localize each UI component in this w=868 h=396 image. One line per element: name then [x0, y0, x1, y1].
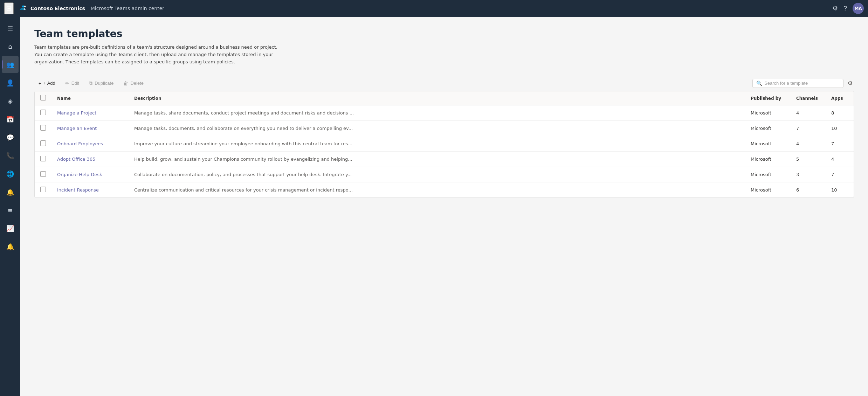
row-apps-cell: 7: [826, 167, 854, 182]
row-description-cell: Improve your culture and streamline your…: [129, 136, 745, 152]
published-by-column-header: Published by: [745, 91, 791, 105]
row-channels-cell: 6: [791, 182, 826, 198]
row-description-cell: Collaborate on documentation, policy, an…: [129, 167, 745, 182]
name-column-header: Name: [51, 91, 129, 105]
description-column-header: Description: [129, 91, 745, 105]
table-settings-button[interactable]: ⚙: [846, 78, 854, 88]
content-area: Team templates Team templates are pre-bu…: [20, 17, 868, 396]
add-label: + Add: [43, 81, 55, 86]
sidebar: ☰ ⌂ 👥 👤 ◈ 📅 💬 📞 🌐 🔔 ≡: [0, 17, 20, 396]
row-publisher-cell: Microsoft: [745, 136, 791, 152]
sidebar-item-messaging[interactable]: 💬: [2, 129, 19, 146]
row-description-cell: Manage tasks, documents, and collaborate…: [129, 121, 745, 136]
sidebar-item-voice[interactable]: 📞: [2, 147, 19, 164]
table-row: Organize Help Desk Collaborate on docume…: [35, 167, 854, 182]
toolbar-right: 🔍 ⚙: [752, 78, 854, 88]
sidebar-item-meetings[interactable]: 📅: [2, 111, 19, 127]
locations-icon: 🌐: [6, 170, 14, 178]
row-description-cell: Manage tasks, share documents, conduct p…: [129, 105, 745, 121]
row-publisher-cell: Microsoft: [745, 152, 791, 167]
row-description: Manage tasks, documents, and collaborate…: [134, 126, 353, 131]
template-name-link[interactable]: Manage a Project: [57, 110, 96, 116]
messaging-icon: 💬: [6, 134, 14, 141]
row-checkbox-cell[interactable]: [35, 105, 51, 121]
user-avatar[interactable]: MA: [853, 3, 864, 14]
page-description: Team templates are pre-built definitions…: [34, 44, 287, 65]
edit-icon: ✏: [65, 81, 69, 86]
row-checkbox[interactable]: [40, 156, 46, 161]
delete-button[interactable]: 🗑 Delete: [119, 78, 148, 88]
help-button[interactable]: ?: [843, 5, 847, 12]
delete-label: Delete: [130, 81, 144, 86]
duplicate-icon: ⧉: [89, 80, 92, 86]
settings-topbar-button[interactable]: ⚙: [832, 5, 838, 12]
row-checkbox[interactable]: [40, 125, 46, 131]
duplicate-label: Duplicate: [95, 81, 113, 86]
template-name-link[interactable]: Onboard Employees: [57, 141, 103, 146]
voice-icon: 📞: [6, 152, 14, 159]
row-description: Manage tasks, share documents, conduct p…: [134, 110, 354, 116]
users-icon: 👤: [6, 79, 14, 86]
row-description: Centralize communication and critical re…: [134, 187, 353, 193]
row-channels-cell: 3: [791, 167, 826, 182]
apps-column-header: Apps: [826, 91, 854, 105]
sidebar-item-locations[interactable]: 🌐: [2, 165, 19, 182]
add-button[interactable]: + + Add: [34, 78, 60, 88]
sidebar-item-analytics[interactable]: 📈: [2, 220, 19, 237]
row-publisher-cell: Microsoft: [745, 182, 791, 198]
row-checkbox-cell[interactable]: [35, 167, 51, 182]
sidebar-item-menu[interactable]: ☰: [2, 20, 19, 36]
edit-label: Edit: [71, 81, 79, 86]
layout: ☰ ⌂ 👥 👤 ◈ 📅 💬 📞 🌐 🔔 ≡: [0, 17, 868, 396]
delete-icon: 🗑: [123, 81, 128, 86]
row-checkbox[interactable]: [40, 110, 46, 115]
row-channels-cell: 7: [791, 121, 826, 136]
duplicate-button[interactable]: ⧉ Duplicate: [85, 78, 118, 88]
template-name-link[interactable]: Organize Help Desk: [57, 172, 102, 177]
home-icon: ⌂: [8, 43, 12, 50]
table-row: Manage a Project Manage tasks, share doc…: [35, 105, 854, 121]
template-name-link[interactable]: Manage an Event: [57, 126, 97, 131]
sidebar-item-apps[interactable]: ◈: [2, 92, 19, 109]
row-name-cell: Adopt Office 365: [51, 152, 129, 167]
row-checkbox-cell[interactable]: [35, 152, 51, 167]
row-description: Improve your culture and streamline your…: [134, 141, 352, 146]
page-title: Team templates: [34, 28, 854, 40]
sidebar-item-teams[interactable]: 👥: [2, 56, 19, 73]
row-name-cell: Incident Response: [51, 182, 129, 198]
sidebar-item-reports[interactable]: ≡: [2, 202, 19, 218]
template-name-link[interactable]: Adopt Office 365: [57, 157, 95, 162]
sidebar-item-alerts[interactable]: 🔔: [2, 238, 19, 255]
sidebar-item-home[interactable]: ⌂: [2, 38, 19, 55]
table-row: Manage an Event Manage tasks, documents,…: [35, 121, 854, 136]
edit-button[interactable]: ✏ Edit: [61, 78, 83, 88]
select-all-checkbox[interactable]: [40, 95, 46, 100]
row-checkbox-cell[interactable]: [35, 121, 51, 136]
analytics-icon: 📈: [6, 225, 14, 232]
row-checkbox-cell[interactable]: [35, 136, 51, 152]
teams-icon: 👥: [6, 61, 14, 68]
search-input[interactable]: [764, 81, 840, 86]
row-description: Collaborate on documentation, policy, an…: [134, 172, 352, 177]
row-checkbox[interactable]: [40, 187, 46, 192]
row-apps-cell: 4: [826, 152, 854, 167]
template-name-link[interactable]: Incident Response: [57, 187, 99, 193]
sidebar-item-users[interactable]: 👤: [2, 74, 19, 91]
row-checkbox[interactable]: [40, 171, 46, 177]
row-apps-cell: 10: [826, 182, 854, 198]
select-all-header[interactable]: [35, 91, 51, 105]
row-checkbox[interactable]: [40, 140, 46, 146]
row-channels-cell: 4: [791, 105, 826, 121]
teams-logo-icon: [18, 4, 28, 13]
alerts-icon: 🔔: [6, 243, 14, 250]
row-description-cell: Centralize communication and critical re…: [129, 182, 745, 198]
grid-menu-button[interactable]: ⊞: [4, 2, 14, 14]
row-description: Help build, grow, and sustain your Champ…: [134, 157, 352, 162]
table-row: Incident Response Centralize communicati…: [35, 182, 854, 198]
channels-column-header: Channels: [791, 91, 826, 105]
meetings-icon: 📅: [6, 116, 14, 123]
sidebar-item-notifications[interactable]: 🔔: [2, 183, 19, 200]
row-checkbox-cell[interactable]: [35, 182, 51, 198]
search-box[interactable]: 🔍: [752, 79, 843, 88]
row-channels-cell: 4: [791, 136, 826, 152]
